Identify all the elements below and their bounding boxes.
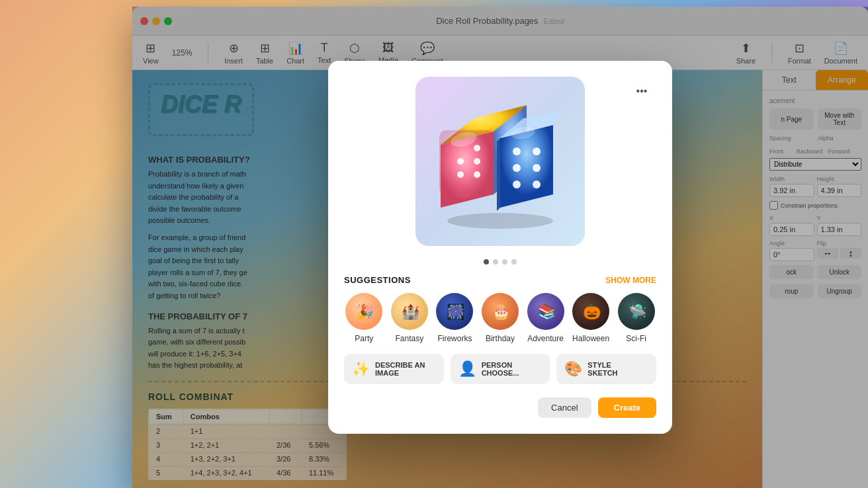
- suggestions-title: SUGGESTIONS: [344, 275, 411, 285]
- svg-point-5: [474, 171, 480, 178]
- svg-text:🏰: 🏰: [402, 303, 420, 321]
- create-button[interactable]: Create: [598, 397, 656, 418]
- dots-nav: [344, 259, 656, 264]
- party-label: Party: [355, 334, 373, 343]
- more-options-button[interactable]: •••: [632, 82, 651, 101]
- dice-preview: [415, 77, 585, 246]
- describe-text: DESCRIBE AN IMAGE: [375, 361, 425, 377]
- svg-point-2: [457, 158, 464, 165]
- dot-3[interactable]: [502, 259, 507, 264]
- svg-point-9: [513, 164, 521, 172]
- halloween-icon: 🎃: [572, 293, 609, 330]
- person-icon: 👤: [458, 360, 476, 378]
- suggestion-birthday[interactable]: 🎂 Birthday: [482, 293, 519, 343]
- svg-text:🎉: 🎉: [356, 303, 374, 321]
- suggestion-fireworks[interactable]: 🎆 Fireworks: [436, 293, 473, 343]
- svg-point-8: [533, 147, 541, 155]
- person-button[interactable]: 👤 PERSON CHOOSE...: [451, 354, 550, 384]
- suggestion-sci-fi[interactable]: 🛸 Sci-Fi: [618, 293, 655, 343]
- adventure-label: Adventure: [527, 334, 564, 343]
- modal-footer: Cancel Create: [344, 397, 656, 418]
- halloween-label: Halloween: [572, 334, 609, 343]
- describe-image-button[interactable]: ✨ DESCRIBE AN IMAGE: [344, 354, 444, 384]
- dice-svg: [421, 92, 580, 231]
- svg-text:🎂: 🎂: [492, 303, 511, 321]
- suggestion-adventure[interactable]: 📚 Adventure: [527, 293, 564, 343]
- style-button[interactable]: 🎨 STYLE SKETCH: [556, 354, 656, 384]
- modal-overlay: ••• SUGGESTIONS SHOW MORE 🎉: [132, 7, 868, 488]
- style-icon: 🎨: [564, 360, 582, 378]
- show-more-button[interactable]: SHOW MORE: [605, 276, 656, 285]
- svg-point-10: [533, 164, 541, 172]
- fantasy-icon: 🏰: [391, 293, 428, 330]
- svg-text:🛸: 🛸: [629, 303, 647, 321]
- svg-point-7: [513, 147, 521, 155]
- suggestion-party[interactable]: 🎉 Party: [345, 293, 382, 343]
- party-icon: 🎉: [345, 293, 382, 330]
- svg-point-6: [457, 171, 464, 178]
- fireworks-label: Fireworks: [437, 334, 472, 343]
- suggestions-grid: 🎉 Party 🏰 Fantasy 🎆 Fireworks: [344, 293, 656, 343]
- cancel-button[interactable]: Cancel: [538, 397, 591, 418]
- mac-window: Dice Roll Probability.pages Edited ⊞ Vie…: [132, 7, 868, 488]
- adventure-icon: 📚: [527, 293, 564, 330]
- options-row: ✨ DESCRIBE AN IMAGE 👤 PERSON CHOOSE... 🎨: [344, 354, 656, 384]
- sparkle-icon: ✨: [352, 360, 370, 378]
- dot-1[interactable]: [484, 259, 489, 264]
- svg-point-12: [533, 181, 541, 188]
- svg-text:🎆: 🎆: [447, 303, 465, 321]
- fireworks-icon: 🎆: [436, 293, 473, 330]
- svg-point-11: [513, 181, 521, 188]
- modal-image-area: •••: [344, 77, 656, 246]
- svg-point-0: [447, 213, 553, 229]
- dot-4[interactable]: [511, 259, 517, 264]
- person-text: PERSON CHOOSE...: [482, 361, 519, 377]
- fantasy-label: Fantasy: [396, 334, 424, 343]
- suggestion-fantasy[interactable]: 🏰 Fantasy: [391, 293, 428, 343]
- more-icon: •••: [636, 85, 648, 97]
- sci-fi-icon: 🛸: [618, 293, 655, 330]
- svg-text:🎃: 🎃: [583, 303, 601, 321]
- dot-2[interactable]: [493, 259, 498, 264]
- style-text: STYLE SKETCH: [587, 361, 617, 377]
- svg-point-4: [474, 158, 480, 165]
- birthday-icon: 🎂: [482, 293, 519, 330]
- svg-point-3: [474, 145, 480, 151]
- image-generation-modal: ••• SUGGESTIONS SHOW MORE 🎉: [328, 61, 672, 434]
- sci-fi-label: Sci-Fi: [626, 334, 646, 343]
- suggestion-halloween[interactable]: 🎃 Halloween: [572, 293, 609, 343]
- suggestions-header: SUGGESTIONS SHOW MORE: [344, 275, 656, 285]
- svg-text:📚: 📚: [538, 303, 556, 321]
- birthday-label: Birthday: [486, 334, 515, 343]
